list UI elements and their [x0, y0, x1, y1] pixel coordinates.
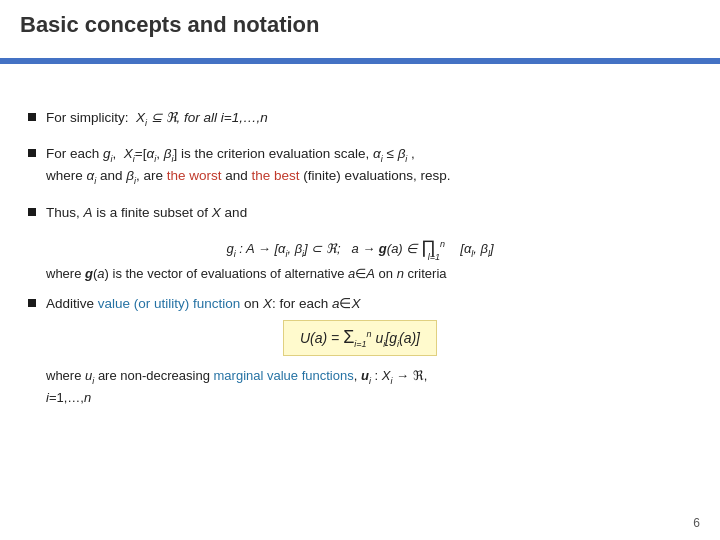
subtext-g-vector: where g(a) is the vector of evaluations … [28, 264, 692, 284]
slide-container: Basic concepts and notation For simplici… [0, 0, 720, 540]
slide-title: Basic concepts and notation [20, 12, 700, 38]
title-area: Basic concepts and notation [0, 0, 720, 38]
bullet-marker-2 [28, 149, 36, 157]
formula-utility: U(a) = Σi=1n ui[gi(a)] [28, 318, 692, 360]
bullet-text-1: For simplicity: Xi ⊆ ℜ, for all i=1,…,n [46, 108, 692, 130]
text-best: the best [252, 168, 300, 183]
bullet-text-4: Additive value (or utility) function on … [46, 294, 692, 314]
bullet-text-3: Thus, A is a finite subset of X and [46, 203, 692, 223]
text-marginal-value: marginal value functions [214, 368, 354, 383]
formula-gi: gi : A → [αi, βi] ⊂ ℜ; a → g(a) ∈ ∏l=1n … [28, 237, 692, 259]
bullet-item-3: Thus, A is a finite subset of X and [28, 203, 692, 223]
text-worst: the worst [167, 168, 222, 183]
content-area: For simplicity: Xi ⊆ ℜ, for all i=1,…,n … [0, 94, 720, 428]
subtext-ui-functions: where ui are non-decreasing marginal val… [28, 366, 692, 408]
bullet-marker-1 [28, 113, 36, 121]
title-accent-bar [0, 58, 720, 64]
bullet-text-2: For each gi, Xi=[αi, βi] is the criterio… [46, 144, 692, 188]
bullet-item-2: For each gi, Xi=[αi, βi] is the criterio… [28, 144, 692, 188]
math-xi: Xi ⊆ ℜ, for all i=1,…,n [136, 110, 268, 125]
page-number: 6 [693, 516, 700, 530]
bullet-item-1: For simplicity: Xi ⊆ ℜ, for all i=1,…,n [28, 108, 692, 130]
bullet-marker-4 [28, 299, 36, 307]
bullet-item-4: Additive value (or utility) function on … [28, 294, 692, 314]
text-value-utility: value (or utility) function [98, 296, 241, 311]
bullet-marker-3 [28, 208, 36, 216]
formula-box-utility: U(a) = Σi=1n ui[gi(a)] [283, 320, 437, 356]
